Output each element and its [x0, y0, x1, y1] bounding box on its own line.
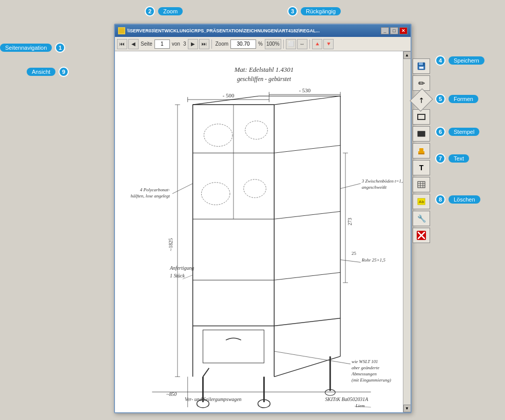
save-button[interactable] [413, 58, 430, 74]
highlight-icon: Ab [417, 198, 425, 205]
scroll-down-arrow[interactable]: ▼ [403, 405, 411, 412]
callout-formen-label: Formen [449, 95, 478, 103]
callout-rueckgaengig-label: Rückgängig [301, 7, 341, 15]
text-tool-button[interactable]: T [413, 160, 430, 175]
last-page-button[interactable]: ⏭ [199, 39, 209, 49]
scroll-track [403, 59, 411, 405]
zoom-input[interactable] [230, 39, 256, 49]
delete-icon [416, 230, 426, 241]
svg-text:273: 273 [347, 218, 353, 226]
callout-rueckgaengig: 3 Rückgängig [287, 6, 341, 16]
svg-text:- 500: - 500 [223, 92, 235, 98]
maximize-button[interactable]: □ [390, 27, 398, 34]
callout-loeschen: 8 Löschen [435, 194, 480, 205]
callout-speichern-number: 4 [435, 55, 445, 66]
callout-seitennavigation-number: 1 [55, 43, 65, 53]
svg-text:wie WSLT 101: wie WSLT 101 [352, 359, 378, 364]
zoom-100-button[interactable]: 100% [265, 39, 281, 49]
svg-rect-75 [419, 63, 423, 65]
callout-stempel-number: 6 [435, 127, 445, 137]
callout-text-label: Text [449, 154, 469, 163]
svg-text:~850: ~850 [166, 391, 177, 397]
page-of-label: von [171, 41, 181, 47]
first-page-button[interactable]: ⏮ [117, 39, 127, 49]
svg-text:Ab: Ab [419, 199, 424, 204]
svg-text:4 Polycarbonat-: 4 Polycarbonat- [140, 187, 170, 192]
vertical-scrollbar[interactable]: ▲ ▼ [403, 51, 411, 412]
svg-rect-2 [122, 51, 396, 412]
svg-text:SKITtK Ba0502031A: SKITtK Ba0502031A [325, 396, 368, 402]
fit-page-button[interactable]: ⬜ [286, 39, 296, 49]
window-controls: _ □ ✕ [381, 27, 407, 34]
toolbar-separator-2 [283, 39, 284, 49]
svg-text:hälften, lose angelegt: hälften, lose angelegt [131, 193, 170, 198]
svg-text:Abmessungen: Abmessungen [351, 371, 377, 376]
rect-empty-button[interactable] [413, 109, 430, 125]
svg-text:Mat: Edelstahl 1.4301: Mat: Edelstahl 1.4301 [234, 66, 294, 73]
callout-rueckgaengig-number: 3 [287, 6, 298, 16]
technical-drawing: Mat: Edelstahl 1.4301 geschliffen - gebü… [115, 51, 403, 412]
svg-rect-80 [418, 151, 424, 153]
next-page-button[interactable]: ▶ [188, 39, 198, 49]
zoom-in-button[interactable]: 🔺 [312, 39, 322, 49]
svg-text:Rohr 25×1,5: Rohr 25×1,5 [361, 257, 386, 263]
page-total: 3 [182, 41, 187, 47]
svg-text:- 530: - 530 [299, 87, 310, 93]
rect-filled-icon [417, 131, 425, 137]
callout-text-number: 7 [435, 153, 445, 164]
svg-text:3 Zwischenböden t=1,5: 3 Zwischenböden t=1,5 [361, 178, 403, 184]
page-label: Seite [140, 41, 153, 47]
highlight-button[interactable]: Ab [413, 194, 430, 209]
callout-loeschen-label: Löschen [449, 195, 480, 204]
callout-speichern: 4 Speichern [435, 55, 484, 66]
callout-ansicht-label: Ansicht [27, 68, 55, 76]
callout-loeschen-number: 8 [435, 194, 445, 205]
callout-stempel-label: Stempel [449, 128, 479, 136]
svg-rect-1 [119, 28, 124, 33]
svg-text:25: 25 [352, 251, 356, 256]
callout-seitennavigation: Seitennavigation 1 [0, 43, 65, 53]
toolbar-separator-1 [211, 39, 212, 49]
zoom-label: Zoom [214, 41, 229, 47]
callout-formen: 5 Formen [435, 94, 478, 104]
svg-rect-82 [418, 153, 424, 154]
rect-filled-button[interactable] [413, 126, 430, 142]
callout-formen-number: 5 [435, 94, 445, 104]
callout-seitennavigation-label: Seitennavigation [0, 44, 52, 52]
callout-text: 7 Text [435, 153, 469, 164]
svg-text:Anfertigung: Anfertigung [169, 265, 194, 271]
zoom-out-button[interactable]: 🔻 [323, 39, 334, 49]
drawing-canvas: Mat: Edelstahl 1.4301 geschliffen - gebü… [115, 51, 403, 412]
page-input[interactable] [154, 39, 170, 49]
prev-page-button[interactable]: ◀ [128, 39, 139, 49]
callout-zoom-number: 2 [145, 6, 155, 16]
callout-speichern-label: Speichern [449, 56, 484, 65]
arrow-tool-button[interactable]: ↗ [410, 88, 433, 111]
callout-ansicht-number: 9 [59, 67, 69, 77]
toolbar-separator-3 [309, 39, 310, 49]
save-icon [417, 62, 426, 71]
main-window: \\SERVER03\ENTWICKLUNG\CRPS_PRÄSENTATION… [114, 24, 412, 413]
svg-text:aber geänderte: aber geänderte [352, 365, 379, 370]
svg-text:(mit Eingummierung): (mit Eingummierung) [352, 377, 391, 383]
close-button[interactable]: ✕ [399, 27, 407, 34]
svg-rect-81 [419, 148, 423, 151]
svg-rect-83 [418, 182, 425, 188]
tool-button[interactable]: 🔧 [413, 211, 430, 226]
callout-zoom-label: Zoom [158, 7, 183, 15]
svg-text:Liem: Liem [355, 403, 365, 408]
svg-text:angeschweißt: angeschweißt [362, 185, 387, 190]
window-path: \\SERVER03\ENTWICKLUNG\CRPS_PRÄSENTATION… [127, 28, 320, 33]
zoom-percent-label: % [257, 41, 264, 47]
svg-text:Ver- und Seilergumpswagen: Ver- und Seilergumpswagen [185, 396, 242, 402]
minimize-button[interactable]: _ [381, 27, 389, 34]
fit-width-button[interactable]: ↔ [297, 39, 307, 49]
stamp-icon [417, 146, 426, 155]
table-button[interactable] [413, 177, 430, 192]
scroll-up-arrow[interactable]: ▲ [403, 51, 411, 59]
window-toolbar: ⏮ ◀ Seite von 3 ▶ ⏭ Zoom % 100% ⬜ ↔ 🔺 🔻 [115, 37, 411, 51]
delete-button[interactable] [413, 228, 430, 243]
stamp-button[interactable] [413, 143, 430, 158]
svg-rect-79 [418, 131, 425, 136]
window-titlebar: \\SERVER03\ENTWICKLUNG\CRPS_PRÄSENTATION… [115, 25, 411, 37]
